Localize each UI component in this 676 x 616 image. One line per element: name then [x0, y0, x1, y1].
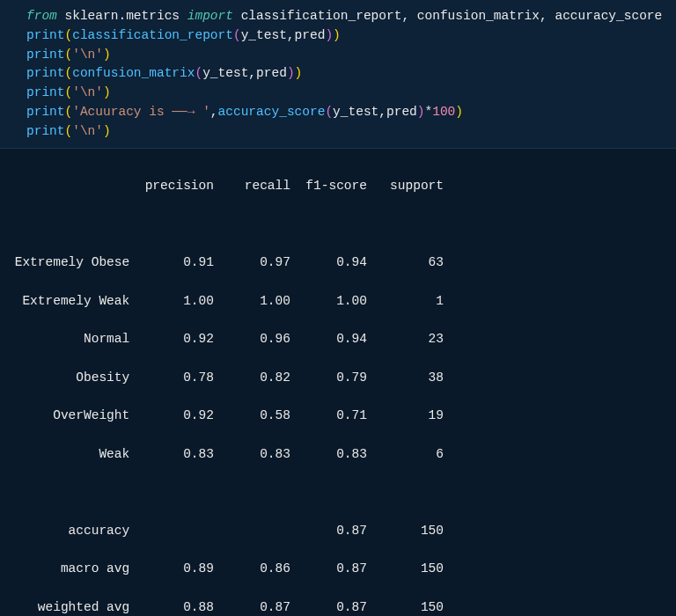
- code-line-print-confusion: print(confusion_matrix(y_test,pred)): [26, 64, 669, 84]
- blank-line: [7, 216, 669, 235]
- args: y_test,pred: [202, 66, 287, 80]
- keyword-import: import: [187, 9, 233, 23]
- fn-classification-report: classification_report: [72, 28, 233, 42]
- fn-print: print: [26, 124, 65, 138]
- report-row: Extremely Weak 1.00 1.00 1.00 1: [7, 292, 669, 312]
- fn-accuracy-score: accuracy_score: [218, 105, 326, 119]
- keyword-from: from: [26, 9, 57, 23]
- fn-print: print: [26, 66, 65, 80]
- blank-line: [7, 483, 669, 502]
- args: y_test,pred: [333, 105, 417, 119]
- fn-print: print: [26, 28, 65, 42]
- code-line-print-accuracy: print('Acuuracy is ──→ ',accuracy_score(…: [26, 103, 669, 122]
- module-name: sklearn.metrics: [65, 9, 180, 23]
- report-row: Weak 0.83 0.83 0.83 6: [7, 445, 669, 465]
- report-row: OverWeight 0.92 0.58 0.71 19: [7, 407, 669, 426]
- code-line-import: from sklearn.metrics import classificati…: [26, 7, 669, 26]
- report-row: Obesity 0.78 0.82 0.79 38: [7, 369, 669, 388]
- fn-print: print: [26, 48, 65, 62]
- code-input-cell: from sklearn.metrics import classificati…: [0, 0, 676, 149]
- output-cell: precision recall f1-score support Extrem…: [0, 149, 676, 616]
- string-literal: '\n': [72, 48, 103, 62]
- fn-confusion-matrix: confusion_matrix: [72, 66, 195, 80]
- code-line-print-newline3: print('\n'): [26, 122, 669, 142]
- string-literal: 'Acuuracy is ──→ ': [72, 105, 210, 119]
- report-summary-row: weighted avg 0.88 0.87 0.87 150: [7, 598, 669, 617]
- string-literal: '\n': [72, 85, 103, 99]
- report-summary-row: accuracy 0.87 150: [7, 522, 669, 541]
- code-line-print-newline2: print('\n'): [26, 84, 669, 103]
- args: y_test,pred: [241, 28, 326, 42]
- report-row: Extremely Obese 0.91 0.97 0.94 63: [7, 253, 669, 273]
- string-literal: '\n': [72, 124, 103, 138]
- imported-items: classification_report, confusion_matrix,…: [241, 9, 663, 23]
- code-line-print-report: print(classification_report(y_test,pred)…: [26, 26, 669, 46]
- classification-report-header: precision recall f1-score support: [7, 177, 669, 196]
- code-line-print-newline1: print('\n'): [26, 46, 669, 65]
- fn-print: print: [26, 85, 65, 99]
- report-row: Normal 0.92 0.96 0.94 23: [7, 330, 669, 349]
- fn-print: print: [26, 105, 65, 119]
- number-literal: 100: [432, 105, 455, 119]
- report-summary-row: macro avg 0.89 0.86 0.87 150: [7, 560, 669, 579]
